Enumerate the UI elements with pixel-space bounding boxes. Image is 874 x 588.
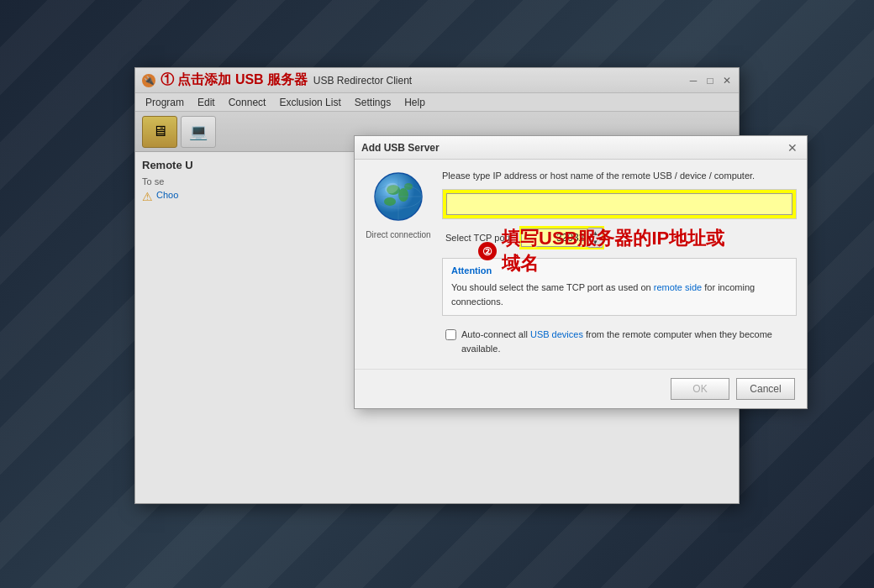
direct-connection-label: Direct connection xyxy=(366,230,430,239)
ip-input-container xyxy=(442,189,797,219)
globe-icon xyxy=(371,170,425,223)
remote-link[interactable]: remote side xyxy=(654,282,702,292)
port-input-wrap: ▲ ▼ xyxy=(519,226,604,249)
port-row: Select TCP port: ▲ ▼ xyxy=(442,226,797,249)
dialog-title: Add USB Server xyxy=(361,142,785,154)
port-spin-up[interactable]: ▲ xyxy=(588,228,602,238)
attention-text: You should select the same TCP port as u… xyxy=(451,281,787,308)
port-spin-down[interactable]: ▼ xyxy=(588,238,602,247)
dialog-overlay: Add USB Server ✕ xyxy=(135,68,739,503)
port-label: Select TCP port: xyxy=(445,233,513,243)
dialog-right: Please type IP address or host name of t… xyxy=(442,170,797,359)
cancel-button[interactable]: Cancel xyxy=(736,378,795,400)
autoconnect-text: Auto-connect all USB devices from the re… xyxy=(461,328,793,355)
usb-devices-link[interactable]: USB devices xyxy=(530,329,583,339)
autoconnect-checkbox[interactable] xyxy=(445,329,456,340)
svg-point-3 xyxy=(384,197,396,206)
dialog-left: Direct connection xyxy=(365,170,432,359)
dialog-instruction: Please type IP address or host name of t… xyxy=(442,170,797,182)
attention-box: Attention You should select the same TCP… xyxy=(442,258,797,316)
add-usb-server-dialog: Add USB Server ✕ xyxy=(354,135,808,409)
port-spinner: ▲ ▼ xyxy=(588,228,603,248)
dialog-footer: OK Cancel xyxy=(355,369,807,408)
autoconnect-row: Auto-connect all USB devices from the re… xyxy=(442,324,797,359)
port-input[interactable] xyxy=(521,228,588,247)
ip-address-input[interactable] xyxy=(446,193,792,215)
svg-point-2 xyxy=(398,188,408,202)
dialog-close-button[interactable]: ✕ xyxy=(785,140,800,155)
dialog-body: Direct connection Please type IP address… xyxy=(355,160,807,369)
dialog-title-bar: Add USB Server ✕ xyxy=(355,136,807,160)
attention-title: Attention xyxy=(451,265,787,276)
ok-button[interactable]: OK xyxy=(671,378,729,400)
app-window: 🔌 ① 点击添加 USB 服务器 USB Redirector Client ─… xyxy=(134,67,740,504)
